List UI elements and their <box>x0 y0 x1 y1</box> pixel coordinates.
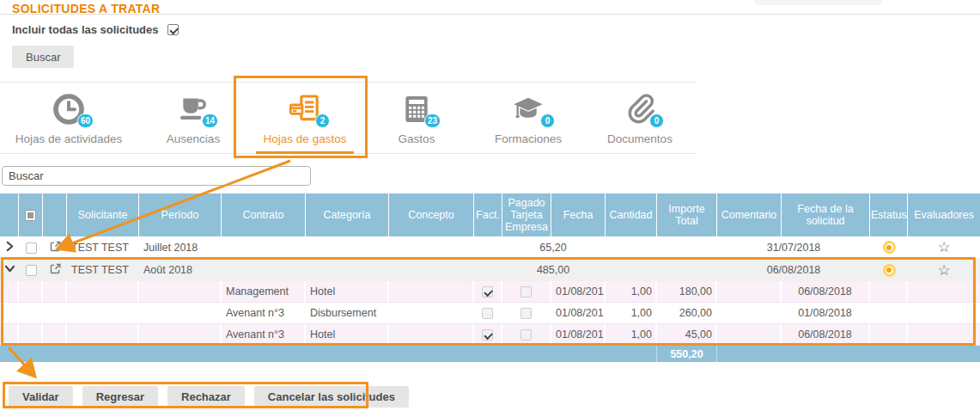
cell-importe: 45,00 <box>657 324 717 346</box>
column-header-pagado[interactable]: Pagado Tarjeta Empresa <box>502 193 551 236</box>
tab-label: Documentos <box>607 132 673 145</box>
tab-badge: 14 <box>202 113 218 128</box>
tab-formaciones[interactable]: 0 Formaciones <box>472 83 584 153</box>
row-checkbox[interactable] <box>26 265 37 276</box>
row-checkbox[interactable] <box>26 242 37 254</box>
divider <box>0 14 980 15</box>
regresar-button[interactable]: Regresar <box>82 386 158 408</box>
include-all-checkbox[interactable] <box>167 24 179 35</box>
cell-importe: 260,00 <box>657 303 717 324</box>
cell-cantidad: 1,00 <box>606 324 657 346</box>
total-importe: 550,20 <box>657 346 717 362</box>
column-header-fecha[interactable]: Fecha <box>551 193 606 236</box>
pagado-tarjeta-checkbox <box>520 286 532 298</box>
fact-checkbox <box>482 286 493 298</box>
cell-fecha-solicitud: 06/08/2018 <box>717 259 870 281</box>
tab-hojas-de-gastos[interactable]: 2 Hojas de gastos <box>249 83 361 153</box>
cell-contrato: Avenant n°3 <box>222 324 306 346</box>
tab-label: Hojas de actividades <box>15 132 123 145</box>
status-pending-icon <box>883 241 896 254</box>
cell-periodo: Août 2018 <box>139 259 222 281</box>
table-header-row: Solicitante Período Contrato Categoría C… <box>0 193 980 236</box>
column-header-importe[interactable]: Importe Total <box>657 193 717 236</box>
expense-sheet-icon: 2 <box>288 89 322 126</box>
tabs-bar: 60 Hojas de actividades 14 Ausencias <box>0 82 696 154</box>
graduation-cap-icon: 0 <box>509 89 547 126</box>
chevron-right-icon[interactable] <box>5 241 15 252</box>
tab-label: Formaciones <box>495 132 562 145</box>
column-header-comentario[interactable]: Comentario <box>717 193 782 236</box>
tab-badge: 0 <box>649 113 664 128</box>
tab-badge: 23 <box>424 113 441 128</box>
clock-icon: 60 <box>52 89 86 126</box>
tab-label: Ausencias <box>167 132 220 145</box>
tab-badge: 0 <box>540 113 555 128</box>
pagado-tarjeta-checkbox <box>520 329 532 340</box>
external-link-icon[interactable] <box>49 262 62 275</box>
column-header-cantidad[interactable]: Cantidad <box>606 193 657 236</box>
cell-cantidad: 1,00 <box>606 281 657 303</box>
cell-solicitante: TEST TEST <box>67 236 139 259</box>
rechazar-button[interactable]: Rechazar <box>167 386 245 408</box>
cell-importe: 180,00 <box>657 281 717 303</box>
tab-ausencias[interactable]: 14 Ausencias <box>137 83 249 153</box>
panel-edge <box>754 0 883 5</box>
star-icon[interactable] <box>937 261 950 279</box>
calculator-icon: 23 <box>400 89 433 126</box>
column-header-open <box>43 193 67 236</box>
cell-importe-total: 485,00 <box>389 259 717 281</box>
column-header-concepto[interactable]: Concepto <box>389 193 474 236</box>
cell-fecha-solicitud: 06/08/2018 <box>782 324 870 346</box>
cell-fecha-solicitud: 31/07/2018 <box>717 236 870 259</box>
table-search-input[interactable] <box>2 166 311 186</box>
cell-contrato: Management <box>222 281 306 303</box>
tab-hojas-de-actividades[interactable]: 60 Hojas de actividades <box>0 83 137 153</box>
detail-row: Avenant n°3 Disbursement 01/08/2018 1,00… <box>0 303 980 324</box>
column-header-contrato[interactable]: Contrato <box>222 193 306 236</box>
column-header-evaluadores[interactable]: Evaluadores <box>908 193 980 236</box>
include-all-label: Incluir todas las solicitudes <box>12 23 159 36</box>
cell-importe-total: 65,20 <box>389 236 717 259</box>
tab-documentos[interactable]: 0 Documentos <box>584 83 696 153</box>
table-row: TEST TEST Août 2018 485,00 06/08/2018 <box>0 259 980 281</box>
coffee-cup-icon: 14 <box>176 89 210 126</box>
column-header-solicitante[interactable]: Solicitante <box>67 193 139 236</box>
column-header-fact[interactable]: Fact. <box>474 193 502 236</box>
solicitudes-table: Solicitante Período Contrato Categoría C… <box>0 193 980 362</box>
column-header-periodo[interactable]: Período <box>139 193 222 236</box>
cell-contrato: Avenant n°3 <box>222 303 306 324</box>
cell-categoria: Disbursement <box>306 303 389 324</box>
buscar-button[interactable]: Buscar <box>12 46 74 68</box>
tab-badge: 2 <box>315 113 330 128</box>
detail-row: Avenant n°3 Hotel 01/08/2018 1,00 45,00 … <box>0 324 980 346</box>
validar-button[interactable]: Validar <box>9 386 73 408</box>
action-buttons-bar: Validar Regresar Rechazar Cancelar las s… <box>9 386 409 408</box>
select-all-checkbox[interactable] <box>25 210 36 221</box>
column-header-categoria[interactable]: Categoría <box>306 193 389 236</box>
cancelar-solicitudes-button[interactable]: Cancelar las solicitudes <box>254 386 409 408</box>
external-link-icon[interactable] <box>49 240 62 253</box>
total-row: 550,20 <box>0 346 980 362</box>
include-all-filter: Incluir todas las solicitudes <box>12 23 179 36</box>
active-tab-underline <box>256 151 354 154</box>
tab-gastos[interactable]: 23 Gastos <box>361 83 472 153</box>
column-header-fecha-solicitud[interactable]: Fecha de la solicitud <box>782 193 870 236</box>
tab-label: Gastos <box>399 132 435 145</box>
cell-categoria: Hotel <box>306 324 389 346</box>
cell-fecha: 01/08/2018 <box>551 281 606 303</box>
cell-solicitante: TEST TEST <box>67 259 139 281</box>
column-header-expand <box>0 193 19 236</box>
cell-periodo: Juillet 2018 <box>139 236 222 259</box>
column-header-estatus[interactable]: Estatus <box>870 193 908 236</box>
star-icon[interactable] <box>937 238 950 255</box>
tab-label: Hojas de gastos <box>264 132 347 145</box>
table-row: TEST TEST Juillet 2018 65,20 31/07/2018 <box>0 236 980 259</box>
cell-fecha: 01/08/2018 <box>551 303 606 324</box>
cell-categoria: Hotel <box>306 281 389 303</box>
fact-checkbox <box>482 329 493 340</box>
pagado-tarjeta-checkbox <box>520 308 532 319</box>
column-header-select <box>19 193 43 236</box>
paperclip-icon: 0 <box>624 89 656 126</box>
chevron-down-icon[interactable] <box>4 264 15 273</box>
tab-badge: 60 <box>77 113 94 128</box>
